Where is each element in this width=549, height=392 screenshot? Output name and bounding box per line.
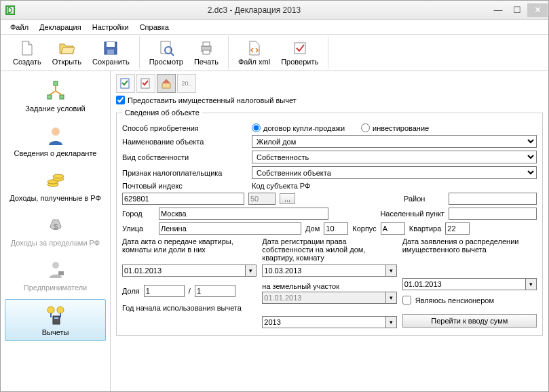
svg-point-22: [48, 307, 54, 313]
town-input[interactable]: [449, 208, 537, 220]
menu-declaration[interactable]: Декларация: [34, 22, 87, 33]
xml-button[interactable]: Файл xml: [233, 36, 276, 69]
city-input[interactable]: [159, 208, 328, 220]
svg-rect-11: [54, 81, 58, 85]
save-icon: [102, 40, 119, 56]
menu-settings[interactable]: Настройки: [87, 22, 134, 33]
svg-point-18: [53, 174, 64, 178]
post-label: Почтовый индекс: [122, 182, 248, 190]
block-label: Корпус: [352, 224, 376, 233]
mini-btn-1[interactable]: [116, 74, 135, 93]
svg-rect-24: [53, 316, 60, 324]
object-name-select[interactable]: Жилой дом: [252, 135, 537, 148]
svg-point-20: [52, 262, 59, 269]
share-sep: /: [189, 287, 191, 295]
date-reg-input[interactable]: [262, 264, 385, 277]
year-start-dropdown[interactable]: ▾: [386, 316, 397, 328]
date-app-dropdown[interactable]: ▾: [526, 278, 537, 290]
maximize-button[interactable]: ☐: [508, 3, 526, 17]
sidebar-item-deductions[interactable]: Вычеты: [5, 299, 106, 341]
share-label: Доля: [122, 287, 140, 295]
block-input[interactable]: [381, 222, 405, 235]
radio-invest[interactable]: инвестирование: [361, 123, 429, 132]
provide-deduction-checkbox[interactable]: [116, 96, 125, 104]
year-start-label: Год начала использования вычета: [122, 304, 257, 312]
svg-text:$: $: [53, 222, 57, 231]
fieldset-title: Сведения об объекте: [122, 109, 202, 117]
sidebar-item-income-rf[interactable]: Доходы, полученные в РФ: [5, 165, 106, 207]
check-button[interactable]: Проверить: [276, 36, 324, 69]
date-reg-dropdown[interactable]: ▾: [386, 264, 397, 277]
svg-line-6: [171, 53, 174, 56]
house-label: Дом: [305, 224, 320, 233]
minimize-button[interactable]: —: [489, 3, 507, 17]
check-icon: [292, 40, 308, 56]
flat-input[interactable]: [445, 222, 470, 235]
mini-btn-doc[interactable]: 20..: [177, 74, 196, 93]
create-button[interactable]: Создать: [7, 36, 47, 69]
house-input[interactable]: [324, 222, 348, 235]
sidebar-item-income-abroad: $ Доходы за пределами РФ: [5, 210, 106, 252]
folder-open-icon: [58, 40, 75, 56]
svg-rect-13: [60, 95, 64, 99]
taxpayer-select[interactable]: Собственник объекта: [252, 166, 537, 179]
open-button[interactable]: Открыть: [47, 36, 87, 69]
person-icon: [45, 125, 67, 146]
preview-icon: [158, 40, 174, 56]
flat-label: Квартира: [409, 224, 442, 233]
new-file-icon: [19, 40, 35, 56]
sidebar-item-declarant[interactable]: Сведения о декларанте: [5, 120, 106, 162]
svg-rect-3: [107, 50, 114, 54]
share-num-input[interactable]: [144, 285, 185, 297]
taxpayer-label: Признак налогоплательщика: [122, 169, 248, 177]
date-act-input[interactable]: [122, 264, 246, 277]
menu-file[interactable]: Файл: [5, 22, 34, 33]
street-label: Улица: [122, 224, 155, 233]
print-button[interactable]: Печать: [189, 36, 224, 69]
svg-rect-2: [107, 42, 115, 47]
district-label: Район: [404, 195, 444, 203]
sidebar-item-conditions[interactable]: Задание условий: [5, 75, 106, 117]
pension-checkbox[interactable]: [402, 296, 411, 305]
street-input[interactable]: [159, 222, 301, 235]
svg-rect-12: [48, 95, 52, 99]
conditions-icon: [45, 80, 67, 102]
year-start-input[interactable]: [262, 316, 385, 328]
app-icon: [5, 5, 16, 16]
object-name-label: Наименование объекта: [122, 138, 248, 146]
print-icon: [198, 40, 214, 56]
date-land-dropdown[interactable]: ▾: [386, 292, 397, 304]
date-act-label: Дата акта о передаче квартиры, комнаты и…: [122, 237, 257, 263]
close-button[interactable]: ✕: [527, 3, 548, 17]
subj-input: [248, 193, 276, 205]
subj-lookup-button[interactable]: ...: [280, 193, 295, 204]
svg-rect-8: [203, 42, 210, 46]
date-app-input[interactable]: [402, 278, 526, 290]
radio-sale[interactable]: договор купли-продажи: [252, 123, 345, 132]
pension-label-row[interactable]: Являюсь пенсионером: [402, 296, 537, 305]
xml-file-icon: [246, 40, 263, 56]
post-input[interactable]: [122, 193, 244, 205]
share-den-input[interactable]: [195, 285, 235, 297]
district-input[interactable]: [449, 193, 537, 205]
acquisition-label: Способ приобретения: [122, 124, 248, 132]
preview-button[interactable]: Просмотр: [144, 36, 189, 69]
city-label: Город: [122, 210, 155, 218]
town-label: Населенный пункт: [380, 210, 444, 218]
svg-point-23: [57, 307, 64, 313]
date-act-dropdown[interactable]: ▾: [246, 264, 257, 277]
svg-rect-25: [54, 317, 58, 319]
mini-btn-2[interactable]: [136, 74, 155, 93]
save-button[interactable]: Сохранить: [87, 36, 135, 69]
coins-icon: [45, 170, 67, 191]
date-reg-label: Дата регистрации права собственности на …: [262, 237, 396, 263]
date-land-input: [262, 292, 385, 304]
mini-btn-house[interactable]: [157, 74, 176, 93]
sidebar-item-entrepreneur: Предприниматели: [5, 254, 106, 296]
menu-help[interactable]: Справка: [134, 22, 174, 33]
date-land-label: на земельный участок: [262, 282, 396, 290]
go-to-sums-button[interactable]: Перейти к вводу сумм: [402, 314, 537, 328]
window-title: 2.dc3 - Декларация 2013: [20, 5, 489, 15]
ownership-type-select[interactable]: Собственность: [252, 151, 537, 163]
provide-deduction-label: Предоставить имущественный налоговый выч…: [128, 96, 297, 104]
